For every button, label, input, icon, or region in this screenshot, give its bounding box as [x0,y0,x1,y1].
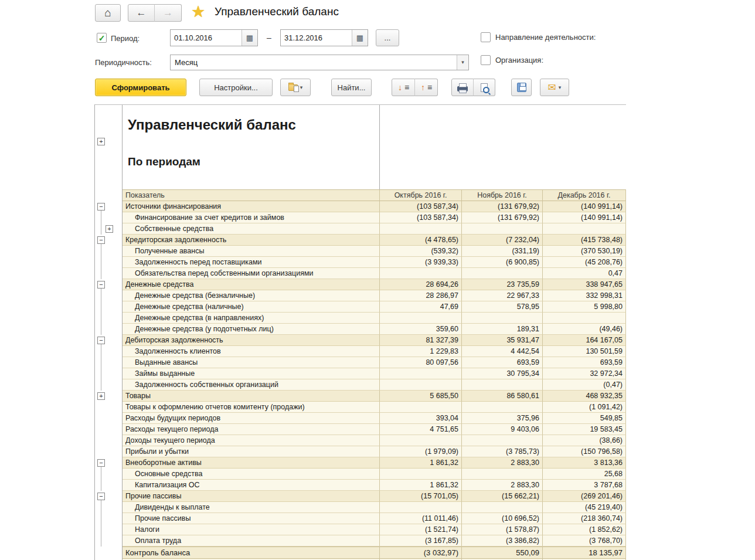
collapse-groups-button[interactable]: ↑≡ [414,79,438,96]
row-label[interactable]: Оплата труда [123,535,380,547]
cell-value[interactable]: (3 768,70) [543,535,626,547]
row-label[interactable]: Дивиденды к выплате [123,502,380,513]
table-row[interactable]: Расходы будущих периодов393,04375,96549,… [95,413,626,424]
cell-value[interactable]: (4 478,65) [380,235,462,246]
cell-value[interactable]: 9 403,06 [462,424,543,435]
row-label[interactable]: Займы выданные [123,368,380,379]
cell-value[interactable]: 23 735,59 [462,279,543,290]
table-row[interactable]: Прибыли и убытки(1 979,09)(3 785,73)(150… [95,446,626,457]
cell-value[interactable]: 3 813,36 [543,457,626,469]
column-header-december[interactable]: Декабрь 2016 г. [543,189,626,201]
generate-button[interactable]: Сформировать [95,79,186,96]
expander-minus-icon[interactable]: − [97,236,105,244]
cell-value[interactable]: (150 796,58) [543,446,626,457]
report-variants-button[interactable]: ▾ [280,79,311,96]
table-row[interactable]: Денежные средства (у подотчетных лиц)359… [95,324,626,335]
cell-value[interactable]: (103 587,34) [380,201,462,212]
cell-value[interactable]: 5 998,80 [543,301,626,313]
cell-value[interactable]: 130 501,59 [543,346,626,357]
cell-value[interactable] [462,469,543,480]
calendar-button[interactable]: ▦ [352,30,368,46]
cell-value[interactable]: 164 167,05 [543,335,626,346]
cell-value[interactable] [462,313,543,324]
organization-checkbox[interactable] [481,55,491,65]
cell-value[interactable]: (15 662,21) [462,491,543,502]
table-row[interactable]: −Кредиторская задолженность(4 478,65)(7 … [95,235,626,246]
table-row[interactable]: −Прочие пассивы(15 701,05)(15 662,21)(26… [95,491,626,502]
cell-value[interactable]: 693,59 [462,357,543,368]
period-checkbox[interactable]: ✓ [97,33,107,43]
row-label[interactable]: Денежные средства (у подотчетных лиц) [123,324,380,335]
cell-value[interactable]: (3 939,33) [380,257,462,268]
row-label[interactable]: Денежные средства [123,279,380,290]
cell-value[interactable]: (218 360,74) [543,513,626,524]
cell-value[interactable]: (49,46) [543,324,626,335]
cell-value[interactable]: 3 787,68 [543,480,626,491]
settings-button[interactable]: Настройки... [199,79,273,96]
cell-value[interactable] [380,402,462,413]
cell-value[interactable]: 1 861,32 [380,457,462,469]
find-button[interactable]: Найти... [331,79,372,96]
row-label[interactable]: Денежные средства (в направлениях) [123,313,380,324]
cell-value[interactable] [380,435,462,446]
table-row[interactable]: Капитализация ОС1 861,322 883,303 787,68 [95,480,626,491]
cell-value[interactable]: 332 998,31 [543,290,626,301]
column-header-november[interactable]: Ноябрь 2016 г. [462,189,543,201]
table-row[interactable]: −Дебиторская задолженность81 327,3935 93… [95,335,626,346]
cell-value[interactable] [380,268,462,279]
cell-value[interactable]: 578,95 [462,301,543,313]
cell-value[interactable]: 1 861,32 [380,480,462,491]
cell-value[interactable]: (1 521,74) [380,524,462,535]
table-row[interactable]: Налоги(1 521,74)(1 578,87)(1 852,62) [95,524,626,535]
table-row[interactable]: Выданные авансы80 097,56693,59693,59 [95,357,626,368]
row-label[interactable]: Обязательства перед собственными организ… [123,268,380,279]
table-row[interactable]: Финансирование за счет кредитов и займов… [95,212,626,223]
period-to-input[interactable] [281,30,352,46]
cell-value[interactable]: (45 208,76) [543,257,626,268]
cell-value[interactable]: (140 991,14) [543,201,626,212]
forward-button[interactable]: → [154,4,182,22]
table-row[interactable]: Основные средства25,68 [95,469,626,480]
cell-value[interactable]: (11 011,46) [380,513,462,524]
cell-value[interactable]: 25,68 [543,469,626,480]
cell-value[interactable]: (3 785,73) [462,446,543,457]
table-row[interactable]: Контроль баланса(3 032,97)550,0918 135,9… [95,547,626,559]
column-header-october[interactable]: Октябрь 2016 г. [380,189,462,201]
cell-value[interactable]: 393,04 [380,413,462,424]
table-row[interactable]: Задолженность перед поставщиками(3 939,3… [95,257,626,268]
row-label[interactable]: Выданные авансы [123,357,380,368]
table-row[interactable]: Прочие пассивы(11 011,46)(10 696,52)(218… [95,513,626,524]
cell-value[interactable]: 47,69 [380,301,462,313]
cell-value[interactable] [380,502,462,513]
cell-value[interactable]: 375,96 [462,413,543,424]
send-mail-button[interactable]: ✉ ▾ [540,79,569,96]
row-label[interactable]: Кредиторская задолженность [123,235,380,246]
cell-value[interactable] [462,223,543,235]
cell-value[interactable]: 80 097,56 [380,357,462,368]
cell-value[interactable]: 338 947,65 [543,279,626,290]
row-label[interactable]: Расходы текущего периода [123,424,380,435]
cell-value[interactable] [543,223,626,235]
cell-value[interactable] [543,313,626,324]
cell-value[interactable]: 18 135,97 [543,547,626,559]
cell-value[interactable]: 86 580,61 [462,391,543,402]
table-row[interactable]: Денежные средства (в направлениях) [95,313,626,324]
cell-value[interactable]: 1 229,83 [380,346,462,357]
cell-value[interactable]: (370 530,19) [543,246,626,257]
cell-value[interactable]: 189,31 [462,324,543,335]
row-label[interactable]: Прочие пассивы [123,491,380,502]
row-label[interactable]: Задолженность собственных организаций [123,379,380,391]
table-row[interactable]: Задолженность собственных организаций(0,… [95,379,626,391]
cell-value[interactable] [462,379,543,391]
row-label[interactable]: Контроль баланса [123,547,380,559]
back-button[interactable]: ← [128,4,155,22]
cell-value[interactable] [462,435,543,446]
cell-value[interactable]: 359,60 [380,324,462,335]
expand-groups-button[interactable]: ↓≡ [392,79,415,96]
period-more-button[interactable]: ... [376,29,399,46]
cell-value[interactable]: 81 327,39 [380,335,462,346]
cell-value[interactable] [380,469,462,480]
cell-value[interactable]: (10 696,52) [462,513,543,524]
row-label[interactable]: Товары [123,391,380,402]
cell-value[interactable]: (415 738,48) [543,235,626,246]
